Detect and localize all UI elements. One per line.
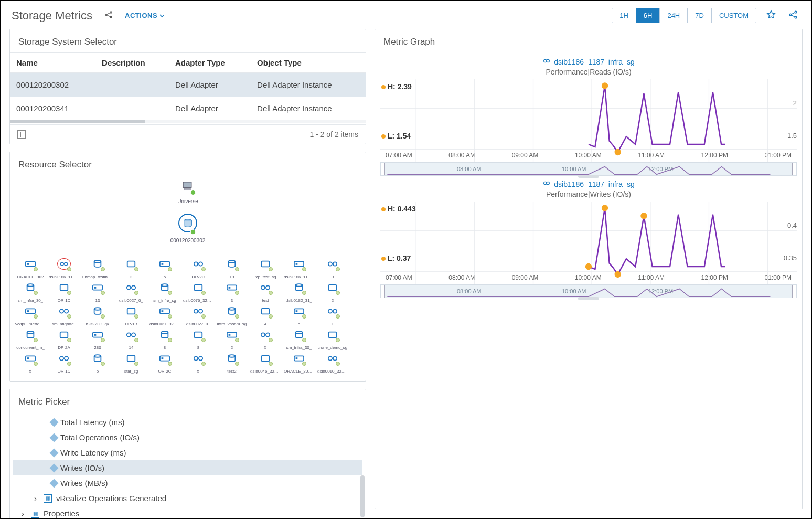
topology-item[interactable]: clone_demo_sg [317, 330, 348, 350]
topology-item[interactable]: test2 [217, 353, 247, 374]
topology-item[interactable]: 14 [116, 330, 146, 350]
topology-main[interactable]: 000120200302 [170, 211, 206, 243]
topology-item[interactable]: dsib0027_32_ps_sg [149, 306, 180, 326]
topology-item[interactable]: 5 [183, 353, 213, 374]
svg-point-111 [585, 263, 592, 270]
topology-item[interactable]: test [250, 282, 281, 303]
time-range-6h[interactable]: 6H [636, 8, 660, 23]
svg-rect-51 [294, 309, 304, 313]
storage-system-selector-panel: Storage System Selector Name Description… [9, 29, 366, 144]
chart-plot[interactable]: H: 0.443L: 0.370.40.35 [380, 202, 797, 272]
topology-item[interactable]: DSB223C_gk_ [82, 306, 113, 326]
column-picker-icon[interactable] [17, 130, 26, 139]
chart-range-slider[interactable]: 08:00 AM10:00 AM12:00 PM [380, 162, 797, 176]
topology-item[interactable]: 5 [149, 259, 180, 279]
topology-item[interactable]: unmap_testing_sg [82, 259, 113, 279]
topology-item[interactable]: ORACLE_302 [15, 259, 46, 279]
topology-item[interactable]: 3 [217, 282, 247, 303]
topology-item[interactable]: infra_vasam_sg [217, 306, 247, 326]
topology-item[interactable]: OR-1C [49, 282, 79, 303]
topology-item[interactable]: 2 [317, 282, 348, 303]
metric-icon [50, 448, 59, 457]
topology-item[interactable]: sm_infra_sg [149, 282, 180, 303]
topology-item[interactable]: 5 [284, 306, 314, 326]
topology-item[interactable]: vcdpu_metro_sg [15, 306, 46, 326]
topology-item[interactable]: dsib0046_32_ps_sg [250, 353, 281, 374]
svg-rect-10 [27, 263, 29, 265]
chart-plot[interactable]: H: 2.39L: 1.5421.5 [380, 79, 797, 150]
topology-item[interactable]: dsib0182_31_ [284, 282, 314, 303]
resize-handle-icon[interactable] [578, 175, 599, 178]
horizontal-scrollbar[interactable] [10, 120, 366, 123]
topology-item[interactable]: 2 [217, 330, 247, 350]
topology-item[interactable]: 1 [317, 306, 348, 326]
topology-item[interactable]: DP-1B [116, 306, 146, 326]
share-network-icon[interactable] [786, 7, 800, 24]
metric-item[interactable]: Write Latency (ms) [13, 445, 362, 460]
resource-selector-title: Resource Selector [10, 152, 366, 175]
topology-item[interactable]: OR-1C [49, 353, 79, 374]
svg-point-31 [162, 284, 168, 287]
topology-item[interactable]: dsib0027_0_ [183, 306, 213, 326]
svg-point-59 [127, 333, 131, 336]
svg-point-1 [110, 12, 112, 13]
topology-item[interactable]: fcp_test_sg [250, 259, 281, 279]
topology-item[interactable]: 280 [82, 330, 113, 350]
metric-group-vrealize[interactable]: › ▦ vRealize Operations Generated [13, 491, 362, 506]
topology-item[interactable]: concurrent_m_ [15, 330, 46, 350]
topology-item[interactable]: 4 [250, 306, 281, 326]
topology-item[interactable]: dsib0027_0_ [116, 282, 146, 303]
topology-item[interactable]: OR-2C [183, 259, 213, 279]
resize-handle-icon[interactable] [578, 297, 599, 300]
svg-rect-58 [94, 334, 97, 336]
favorite-icon[interactable] [764, 7, 778, 24]
svg-point-37 [296, 284, 303, 287]
col-name[interactable]: Name [10, 53, 95, 73]
topology-item[interactable]: 8 [183, 330, 213, 350]
topology-root[interactable]: Universe [177, 178, 198, 204]
topology-item[interactable]: ORACLE_302_PCLI [284, 353, 314, 374]
topology-item[interactable]: dsib0076_32_ps_sg [183, 282, 213, 303]
topology-item[interactable]: sm_migrate_ [49, 306, 79, 326]
vertical-scrollbar[interactable] [360, 475, 365, 517]
topology-item[interactable]: DP-2A [49, 330, 79, 350]
topology-item[interactable]: sm_infra_30_ [15, 282, 46, 303]
topology-item[interactable]: dsib1186_1187_ [49, 259, 79, 279]
topology-item[interactable]: dsib0010_32_ps_sg [317, 353, 348, 374]
time-range-1h[interactable]: 1H [612, 8, 636, 23]
topology-item[interactable]: OR-2C [149, 353, 180, 374]
chart-title-link[interactable]: dsib1186_1187_infra_sg [542, 57, 634, 67]
topology-item[interactable]: sm_infra_30_ [284, 330, 314, 350]
share-icon[interactable] [102, 8, 115, 23]
topology-item[interactable]: 5 [15, 353, 46, 374]
topology-item[interactable]: 13 [82, 282, 113, 303]
topology-item[interactable]: 13 [217, 259, 247, 279]
table-row[interactable]: 000120200341 Dell Adapter Dell Adapter I… [10, 97, 366, 120]
col-adapter-type[interactable]: Adapter Type [169, 53, 251, 73]
svg-rect-6 [183, 182, 191, 188]
svg-point-110 [615, 271, 621, 278]
metric-group-properties[interactable]: › ▦ Properties [13, 506, 362, 519]
metric-item[interactable]: Total Operations (IO/s) [13, 430, 362, 445]
chart-range-slider[interactable]: 08:00 AM10:00 AM12:00 PM [380, 284, 797, 298]
svg-point-55 [27, 331, 34, 334]
table-row[interactable]: 000120200302 Dell Adapter Dell Adapter I… [10, 73, 366, 97]
time-range-custom[interactable]: CUSTOM [712, 8, 756, 23]
metric-item[interactable]: Total Latency (ms) [13, 415, 362, 430]
metric-item[interactable]: Writes (IO/s) [13, 460, 362, 475]
topology-item[interactable]: 5 [250, 330, 281, 350]
metric-item[interactable]: Writes (MB/s) [13, 475, 362, 491]
topology-item[interactable]: star_sg [116, 353, 146, 374]
col-object-type[interactable]: Object Type [251, 53, 366, 73]
topology-item[interactable]: dsib1186_1189_ [284, 259, 314, 279]
col-description[interactable]: Description [95, 53, 169, 73]
time-range-7d[interactable]: 7D [688, 8, 712, 23]
svg-point-54 [333, 309, 337, 313]
actions-dropdown[interactable]: ACTIONS [125, 12, 165, 19]
topology-item[interactable]: 8 [149, 330, 180, 350]
chart-title-link[interactable]: dsib1186_1187_infra_sg [542, 179, 634, 189]
topology-item[interactable]: 9 [317, 259, 348, 279]
topology-item[interactable]: 5 [82, 353, 113, 374]
time-range-24h[interactable]: 24H [660, 8, 688, 23]
topology-item[interactable]: 3 [116, 259, 146, 279]
